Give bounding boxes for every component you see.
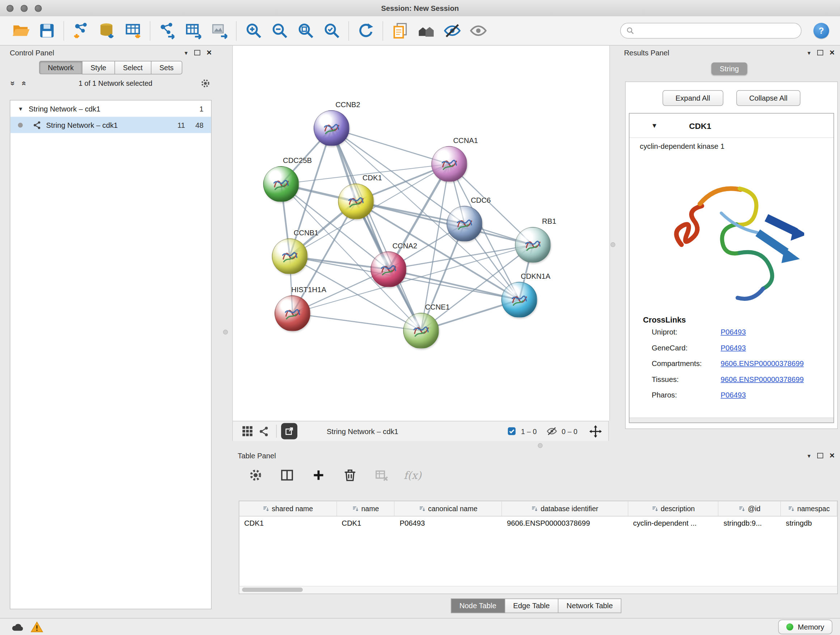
network-node-ccnb2[interactable]	[314, 111, 349, 146]
control-panel-menu-icon[interactable]: ▾	[185, 49, 187, 57]
tab-network[interactable]: Network	[39, 61, 82, 74]
expand-all-button[interactable]: Expand All	[662, 90, 723, 106]
network-node-label: CDK1	[363, 174, 382, 182]
import-network-database-button[interactable]	[94, 19, 120, 43]
crosslink-value[interactable]: P06493	[721, 328, 746, 336]
table-tabs: Node TableEdge TableNetwork Table	[232, 599, 840, 613]
crosslink-value[interactable]: 9606.ENSP00000378699	[721, 359, 804, 368]
zoom-in-button[interactable]	[240, 19, 267, 43]
function-builder-button[interactable]: f(x)	[404, 469, 422, 481]
control-panel-float-icon[interactable]	[194, 50, 200, 55]
create-column-button[interactable]	[309, 467, 328, 484]
import-network-file-button[interactable]	[68, 19, 94, 43]
birds-eye-view-button[interactable]	[240, 424, 256, 439]
control-panel-close-icon[interactable]: ×	[207, 49, 212, 57]
table-row[interactable]: CDK1CDK1P064939606.ENSP00000378699cyclin…	[240, 516, 837, 532]
hidden-eye-slash-icon[interactable]	[546, 426, 557, 437]
table-panel-close-icon[interactable]: ×	[829, 451, 835, 460]
memory-button[interactable]: Memory	[778, 620, 832, 635]
network-options-gear-icon[interactable]	[201, 78, 211, 88]
import-table-file-button[interactable]	[120, 19, 146, 43]
protein-disclosure-icon[interactable]: ▼	[651, 122, 658, 129]
network-node-cdkn1a[interactable]	[501, 282, 537, 318]
zoom-selected-button[interactable]	[319, 19, 345, 43]
column-header-canonical-name[interactable]: canonical name	[395, 501, 502, 516]
column-header-description[interactable]: description	[628, 501, 719, 516]
tab-edge-table[interactable]: Edge Table	[505, 599, 558, 613]
disclosure-triangle-icon[interactable]: ▼	[18, 106, 24, 112]
left-splitter-handle[interactable]	[223, 330, 228, 335]
protein-thumbnail-icon	[283, 306, 302, 321]
tab-sets[interactable]: Sets	[151, 61, 182, 74]
show-graphics-details-button[interactable]	[465, 19, 491, 43]
hide-graphics-details-button[interactable]	[439, 19, 465, 43]
bottom-splitter-handle[interactable]	[538, 443, 543, 448]
zoom-fit-button[interactable]	[293, 19, 319, 43]
tab-node-table[interactable]: Node Table	[451, 599, 505, 613]
results-panel-menu-icon[interactable]: ▾	[807, 49, 810, 57]
show-columns-button[interactable]	[278, 467, 296, 484]
right-splitter-handle[interactable]	[611, 242, 616, 247]
results-panel-close-icon[interactable]: ×	[829, 49, 835, 57]
network-node-cdc25b[interactable]	[264, 166, 299, 202]
cybrowser-home-button[interactable]	[413, 19, 439, 43]
network-node-cdk1[interactable]	[338, 184, 374, 219]
help-button[interactable]: ?	[813, 23, 829, 39]
minimize-window-button[interactable]	[21, 5, 28, 12]
string-tab-badge[interactable]: String	[712, 63, 747, 75]
move-crosshair-icon[interactable]	[589, 425, 602, 438]
tab-select[interactable]: Select	[114, 61, 151, 74]
table-horizontal-scrollbar[interactable]	[240, 586, 837, 594]
open-session-button[interactable]	[8, 19, 34, 43]
results-horizontal-scrollbar[interactable]	[630, 418, 834, 423]
tab-network-table[interactable]: Network Table	[558, 599, 622, 613]
crosslink-value[interactable]: 9606.ENSP00000378699	[721, 375, 804, 384]
sort-column-icon	[263, 505, 269, 512]
delete-column-button[interactable]	[341, 467, 359, 484]
network-row-selected[interactable]: String Network – cdk1 11 48	[11, 117, 211, 133]
sort-column-icon	[531, 505, 538, 512]
close-window-button[interactable]	[6, 5, 14, 12]
network-node-ccna2[interactable]	[371, 252, 407, 287]
network-collection-row[interactable]: ▼ String Network – cdk1 1	[11, 101, 211, 117]
export-network-button[interactable]	[154, 19, 180, 43]
collapse-all-button[interactable]: Collapse All	[736, 90, 801, 106]
apply-preferred-layout-button[interactable]	[353, 19, 379, 43]
table-options-button[interactable]	[246, 467, 265, 484]
search-input[interactable]	[638, 25, 801, 36]
export-table-button[interactable]	[180, 19, 206, 43]
network-node-ccnb1[interactable]	[272, 239, 308, 274]
collapse-all-networks-icon[interactable]: »	[19, 81, 28, 86]
network-canvas[interactable]: CCNB2CCNA1CDC25BCDK1CDC6RB1CCNB1CCNA2CDK…	[232, 46, 610, 421]
column-header-database-identifier[interactable]: database identifier	[502, 501, 628, 516]
network-node-ccna1[interactable]	[431, 146, 467, 182]
column-header-namespac[interactable]: namespac	[781, 501, 837, 516]
zoom-window-button[interactable]	[35, 5, 42, 12]
crosslink-value[interactable]: P06493	[721, 391, 746, 399]
column-header-shared-name[interactable]: shared name	[240, 501, 337, 516]
tab-style[interactable]: Style	[82, 61, 114, 74]
export-image-button[interactable]	[206, 19, 232, 43]
open-in-new-window-button[interactable]	[281, 423, 297, 440]
column-header-name[interactable]: name	[337, 501, 395, 516]
results-panel-float-icon[interactable]	[817, 50, 823, 55]
copy-document-button[interactable]	[387, 19, 413, 43]
network-node-rb1[interactable]	[515, 227, 551, 263]
crosslink-value[interactable]: P06493	[721, 344, 746, 352]
warnings-button[interactable]	[27, 620, 47, 634]
cloud-status-button[interactable]	[8, 620, 27, 634]
search-field[interactable]	[621, 23, 802, 39]
network-node-ccne1[interactable]	[403, 313, 439, 348]
zoom-out-button[interactable]	[267, 19, 293, 43]
network-overview-button[interactable]	[256, 424, 272, 439]
selected-checkbox-icon[interactable]	[507, 426, 516, 436]
network-node-cdc6[interactable]	[447, 206, 483, 242]
delete-table-button[interactable]	[372, 467, 391, 484]
save-session-button[interactable]	[34, 19, 60, 43]
expand-all-networks-icon[interactable]: »	[9, 81, 18, 86]
table-panel-float-icon[interactable]	[817, 453, 823, 458]
scrollbar-thumb[interactable]	[242, 587, 303, 592]
network-node-hist1h1a[interactable]	[275, 295, 310, 331]
column-header--id[interactable]: @id	[719, 501, 781, 516]
table-panel-menu-icon[interactable]: ▾	[807, 452, 810, 459]
